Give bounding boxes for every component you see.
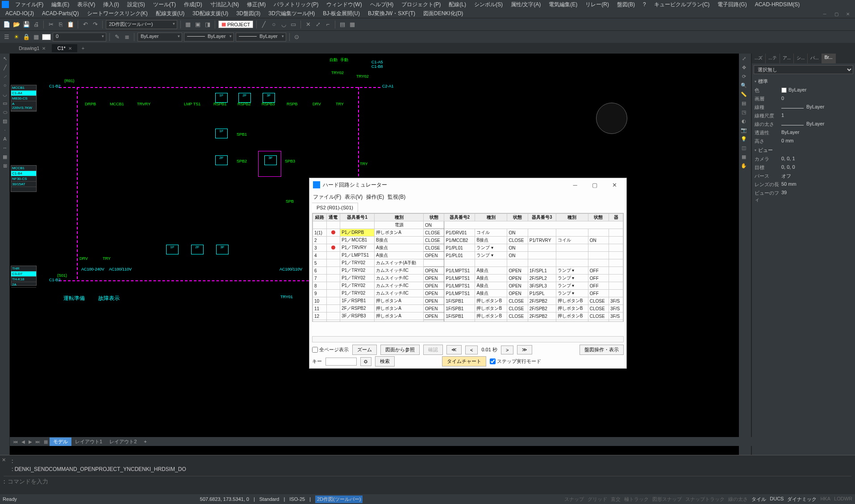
ucs-icon[interactable]: ◳ xyxy=(740,108,748,116)
table-tool-icon[interactable]: ⊞ xyxy=(1,162,9,170)
menu-bj-sheet[interactable]: BJ-板金展開(U) xyxy=(319,9,363,18)
sim-grid[interactable]: 経路通電器具番号1種別状態器具番号2種別状態器具番号3種別状態器電源ON1(1)… xyxy=(312,213,624,322)
ellipse-tool-icon[interactable]: ⬭ xyxy=(1,108,9,116)
tab-layout1[interactable]: レイアウト1 xyxy=(71,437,106,446)
sim-maximize-icon[interactable]: ▢ xyxy=(586,182,603,188)
circle-icon[interactable]: ○ xyxy=(270,21,278,29)
orbit-icon[interactable]: ⟳ xyxy=(740,72,748,80)
layer-mgr-icon[interactable]: ☰ xyxy=(3,33,11,41)
tool-b[interactable]: ▣ xyxy=(194,21,202,29)
sim-close-icon[interactable]: ✕ xyxy=(606,182,623,188)
menu-symbol[interactable]: シンボル(S) xyxy=(471,0,506,9)
snap-icon[interactable]: ⊙ xyxy=(293,33,301,41)
section-view[interactable]: ビュー xyxy=(755,146,852,155)
sim-row[interactable]: 3P1／TRVRYA接点CLOSEP1/PL01ランプ ▾ON xyxy=(313,244,623,252)
toolbar-combo[interactable]: 2D作図(ツールバー) xyxy=(106,20,177,29)
line-tool-icon[interactable]: ╱ xyxy=(1,63,9,71)
ptab-4[interactable]: パ... xyxy=(808,54,822,63)
zoom-win-icon[interactable]: 🔍 xyxy=(740,81,748,89)
zoom-button[interactable]: ズーム xyxy=(352,345,377,355)
key-input[interactable] xyxy=(325,358,357,366)
block-tool-icon[interactable]: ▦ xyxy=(1,153,9,161)
ptab-3[interactable]: シ... xyxy=(794,54,808,63)
grid-icon[interactable]: ▦ xyxy=(740,153,748,161)
sim-menu-view[interactable]: 表示(V) xyxy=(345,193,363,201)
tab-model[interactable]: モデル xyxy=(50,437,71,446)
dim-tool-icon[interactable]: ↔ xyxy=(1,144,9,152)
tab-layout2[interactable]: レイアウト2 xyxy=(106,437,140,446)
nav-first-icon[interactable]: ⏮ xyxy=(12,438,20,445)
layer-icon[interactable]: ▤ xyxy=(338,21,346,29)
menu-hrdsim[interactable]: ACAD-HRDSIM(S) xyxy=(751,0,804,8)
text-tool-icon[interactable]: A xyxy=(1,135,9,143)
sim-menu-op[interactable]: 操作(E) xyxy=(366,193,384,201)
menu-denki[interactable]: 図面DENKI化(D) xyxy=(420,9,467,18)
sim-row[interactable]: 112F／RSPB2押しボタンAOPEN1F/SPB1押しボタンBCLOSE2F… xyxy=(313,305,623,312)
sim-minimize-icon[interactable]: ─ xyxy=(567,182,584,188)
sim-row[interactable]: 7P1／TRY02カムスイッチ/ICOPENP1/LMPTS1A接点OPEN2F… xyxy=(313,275,623,282)
camera-icon[interactable]: 📷 xyxy=(740,126,748,134)
sim-row[interactable]: 13P1／RSPB押しボタンAOPEN1F/SPB1押しボタンBCLOSE2F/… xyxy=(313,320,623,322)
project-badge[interactable]: ▦PROJECT xyxy=(218,21,253,28)
maximize-icon[interactable]: ▢ xyxy=(831,10,842,17)
match-icon[interactable]: ✎ xyxy=(113,33,121,41)
menu-tool[interactable]: ツール(T) xyxy=(150,0,179,9)
menu-insert[interactable]: 挿入(I) xyxy=(100,0,122,9)
sim-menu-mon[interactable]: 監視(B) xyxy=(388,193,405,201)
menu-3d-hole[interactable]: 3D穴編集ツール(H) xyxy=(265,9,318,18)
trim-icon[interactable]: ✕ xyxy=(304,21,312,29)
key-pick-button[interactable]: ⯐ xyxy=(360,357,371,366)
menu-edit[interactable]: 編集(E) xyxy=(48,0,73,9)
sim-row[interactable]: 2P1／MCCB1B接点CLOSEP1/MCCB2B接点CLOSEP1/TRVR… xyxy=(313,237,623,244)
menu-help[interactable]: ヘルプ(H) xyxy=(367,0,397,9)
menu-window[interactable]: ウィンドウ(W) xyxy=(323,0,365,9)
menu-settings[interactable]: 設定(S) xyxy=(124,0,149,9)
sim-hscroll[interactable] xyxy=(312,336,624,342)
menu-bj-conv[interactable]: BJ変換JW・SXF(T) xyxy=(364,9,419,18)
arc-icon[interactable]: ◡ xyxy=(279,21,288,29)
menu-q[interactable]: ? xyxy=(639,0,650,8)
hand-icon[interactable]: ✋ xyxy=(740,162,748,170)
menu-cubicle[interactable]: キュービクルプラン(C) xyxy=(651,0,713,9)
pan-icon[interactable]: ✥ xyxy=(740,63,748,71)
nav-next-icon[interactable]: ▶ xyxy=(27,438,34,445)
sim-row[interactable]: 6P1／TRY02カムスイッチ/ICOPENP1/LMPTS1A接点OPEN1F… xyxy=(313,267,623,275)
layer-sun-icon[interactable]: ☀ xyxy=(13,33,21,41)
close-tab-icon[interactable]: ✕ xyxy=(68,46,72,51)
from-drawing-button[interactable]: 図面から参照 xyxy=(380,345,420,355)
extend-icon[interactable]: ⤢ xyxy=(314,21,322,29)
cursor-icon[interactable]: ↖ xyxy=(1,54,9,62)
rect-tool-icon[interactable]: ▭ xyxy=(1,99,9,107)
color-bylayer-combo[interactable]: ByLayer xyxy=(138,33,182,42)
menu-project[interactable]: プロジェクト(P) xyxy=(398,0,444,9)
point-tool-icon[interactable]: · xyxy=(1,126,9,134)
menu-3d-wiring[interactable]: 3D配線支援(U) xyxy=(189,9,232,18)
render-icon[interactable]: ◐ xyxy=(740,117,748,125)
nav-last-icon[interactable]: ⏭ xyxy=(34,438,42,445)
lineweight-combo[interactable]: ByLayer xyxy=(236,33,286,42)
menu-create[interactable]: 作成(D) xyxy=(180,0,206,9)
sim-row[interactable]: 101F／RSPB1押しボタンAOPEN1F/SPB1押しボタンBCLOSE2F… xyxy=(313,297,623,305)
cmd-close-icon[interactable]: ✕ xyxy=(2,457,6,463)
menu-file[interactable]: ファイル(F) xyxy=(12,0,47,9)
layer-combo[interactable]: 0 xyxy=(53,33,106,42)
block-icon[interactable]: ▦ xyxy=(348,21,356,29)
timechart-button[interactable]: タイムチャート xyxy=(442,356,486,367)
ptab-5[interactable]: Br... xyxy=(822,54,836,63)
sim-row[interactable]: 8P1／TRY02カムスイッチ/ICOPENP1/LMPTS1A接点OPEN3F… xyxy=(313,282,623,290)
poly-tool-icon[interactable]: ⟋ xyxy=(1,72,9,80)
confirm-button[interactable]: 確認 xyxy=(423,345,443,355)
menu-attr[interactable]: 属性/文字(A) xyxy=(507,0,544,9)
close-tab-icon[interactable]: ✕ xyxy=(42,46,46,51)
close-icon[interactable]: ✕ xyxy=(842,10,853,17)
ptab-1[interactable]: ...テ xyxy=(766,54,780,63)
step-next-button[interactable]: > xyxy=(501,346,513,354)
layer-state-icon[interactable]: ▤ xyxy=(740,99,748,107)
layer-color-swatch[interactable] xyxy=(42,34,51,40)
hatch-tool-icon[interactable]: ▨ xyxy=(1,117,9,125)
tab-add[interactable]: + xyxy=(140,438,150,445)
step-last-button[interactable]: ≫ xyxy=(517,345,532,354)
menu-3d-panel[interactable]: 3D盤図(3) xyxy=(233,9,264,18)
menu-modify[interactable]: 修正(M) xyxy=(243,0,269,9)
all-pages-checkbox[interactable]: 全ページ表示 xyxy=(312,346,349,353)
